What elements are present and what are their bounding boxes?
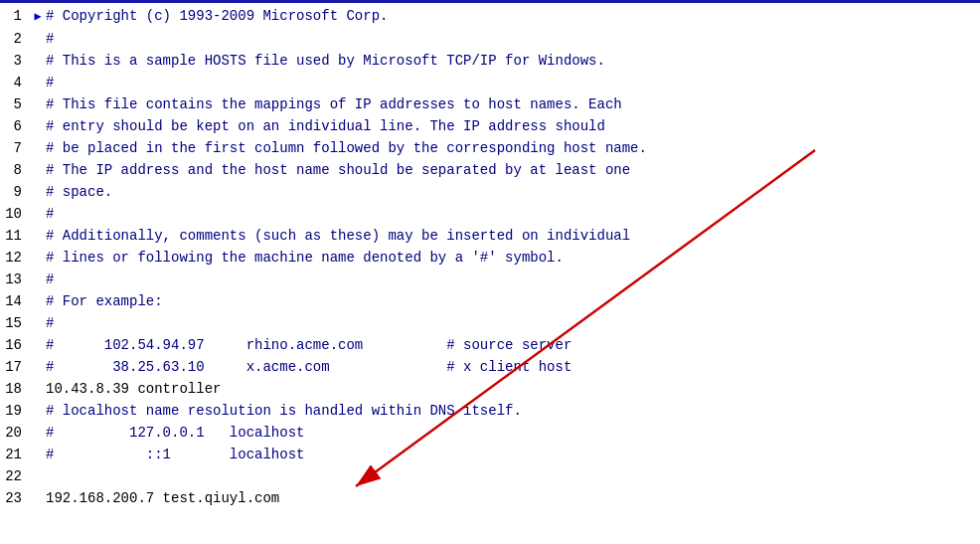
table-row: 16# 102.54.94.97 rhino.acme.com # source… [0,334,980,356]
table-row: 19# localhost name resolution is handled… [0,400,980,422]
line-number: 8 [0,159,30,181]
table-row: 14# For example: [0,290,980,312]
line-number: 23 [0,487,30,509]
table-row: 12# lines or following the machine name … [0,247,980,269]
line-number: 7 [0,137,30,159]
line-content: # ::1 localhost [46,444,980,465]
line-content: # space. [46,181,980,203]
line-content: 192.168.200.7 test.qiuyl.com [46,487,980,509]
table-row: 15# [0,312,980,334]
line-number: 3 [0,50,30,72]
line-number: 20 [0,422,30,444]
line-content: # 102.54.94.97 rhino.acme.com # source s… [46,334,980,356]
line-content: # For example: [46,290,980,312]
line-content: # [46,269,980,290]
line-content: # Copyright (c) 1993-2009 Microsoft Corp… [46,5,980,27]
table-row: 4# [0,72,980,93]
line-content: # be placed in the first column followed… [46,137,980,159]
table-row: 10# [0,203,980,225]
line-content: # The IP address and the host name shoul… [46,159,980,181]
line-number: 16 [0,334,30,356]
table-row: 1810.43.8.39 controller [0,378,980,400]
line-number: 5 [0,93,30,115]
line-content: # lines or following the machine name de… [46,247,980,269]
line-number: 12 [0,247,30,269]
table-row: 20# 127.0.0.1 localhost [0,422,980,444]
table-row: 3# This is a sample HOSTS file used by M… [0,50,980,72]
editor-container: 1▶# Copyright (c) 1993-2009 Microsoft Co… [0,0,980,544]
table-row: 8# The IP address and the host name shou… [0,159,980,181]
line-number: 1 [0,5,30,27]
line-number: 2 [0,28,30,50]
line-number: 19 [0,400,30,422]
line-content: # Additionally, comments (such as these)… [46,225,980,247]
line-number: 6 [0,115,30,137]
table-row: 7# be placed in the first column followe… [0,137,980,159]
line-container: 1▶# Copyright (c) 1993-2009 Microsoft Co… [0,3,980,511]
table-row: 1▶# Copyright (c) 1993-2009 Microsoft Co… [0,5,980,28]
line-content: # localhost name resolution is handled w… [46,400,980,422]
line-content: # [46,72,980,93]
table-row: 17# 38.25.63.10 x.acme.com # x client ho… [0,356,980,378]
line-number: 9 [0,181,30,203]
line-content: # [46,312,980,334]
table-row: 21# ::1 localhost [0,444,980,465]
table-row: 5# This file contains the mappings of IP… [0,93,980,115]
line-content: # 38.25.63.10 x.acme.com # x client host [46,356,980,378]
table-row: 2# [0,28,980,50]
line-content: # [46,28,980,50]
line-content: 10.43.8.39 controller [46,378,980,400]
line-number: 10 [0,203,30,225]
line-number: 21 [0,444,30,465]
line-content: # [46,203,980,225]
line-number: 17 [0,356,30,378]
line-number: 11 [0,225,30,247]
table-row: 13# [0,269,980,290]
line-content: # entry should be kept on an individual … [46,115,980,137]
line-content: # 127.0.0.1 localhost [46,422,980,444]
line-number: 4 [0,72,30,93]
line-number: 18 [0,378,30,400]
line-number: 14 [0,290,30,312]
line-content: # This file contains the mappings of IP … [46,93,980,115]
table-row: 11# Additionally, comments (such as thes… [0,225,980,247]
line-number: 13 [0,269,30,290]
line-number: 22 [0,465,30,487]
line-arrow-indicator: ▶ [30,6,46,28]
line-content: # This is a sample HOSTS file used by Mi… [46,50,980,72]
table-row: 22 [0,465,980,487]
table-row: 9# space. [0,181,980,203]
line-number: 15 [0,312,30,334]
table-row: 6# entry should be kept on an individual… [0,115,980,137]
table-row: 23192.168.200.7 test.qiuyl.com [0,487,980,509]
